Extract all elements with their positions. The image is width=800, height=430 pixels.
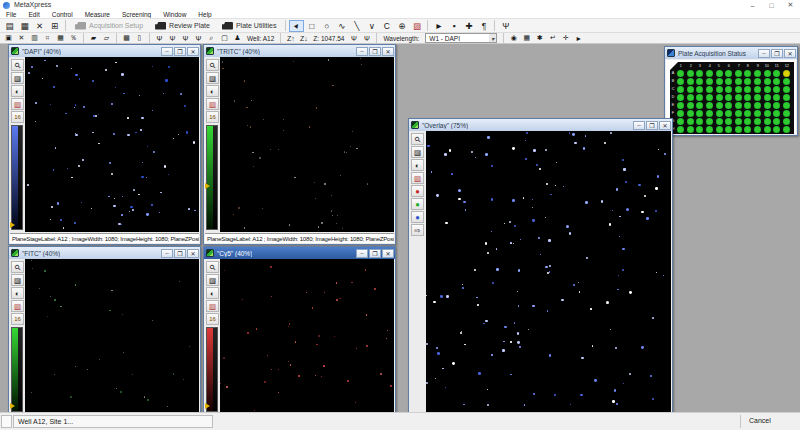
tritc-titlebar[interactable]: "TRITC" (40%) – ❐ ✕ [204,45,395,57]
plate-well-G7[interactable] [735,118,742,125]
lut-bar[interactable] [206,125,218,230]
plate-well-E4[interactable] [706,102,713,109]
bit-depth-icon[interactable]: 16 [206,313,219,325]
cy5-titlebar[interactable]: "Cy5" (40%) – ❐ ✕ [204,247,395,259]
minimize-button[interactable]: – [161,47,173,56]
plate-well-G5[interactable] [716,118,723,125]
plate-well-E10[interactable] [764,102,771,109]
plate-well-B3[interactable] [696,78,703,85]
plate-well-D11[interactable] [773,94,780,101]
plate-status-titlebar[interactable]: Plate Acquisition Status – ❐ ✕ [665,47,797,59]
plate-well-E11[interactable] [773,102,780,109]
plate-well-D10[interactable] [764,94,771,101]
ellipse-region-icon[interactable]: ○ [319,20,334,32]
objective-10x-icon[interactable]: Ψ [166,33,179,44]
contrast-icon[interactable]: ◐ [11,287,24,299]
objective-40x-icon[interactable]: Ψ [192,33,205,44]
dapi-titlebar[interactable]: "DAPI" (40%) – ❐ ✕ [9,45,200,57]
minimize-button[interactable]: – [758,49,770,58]
journal-icon[interactable]: ▩ [120,33,133,44]
minimize-button[interactable]: – [356,249,368,258]
plate-well-B9[interactable] [754,78,761,85]
menu-edit[interactable]: Edit [22,11,45,18]
plate-well-F9[interactable] [754,110,761,117]
minimize-button[interactable]: – [356,47,368,56]
plate-well-F2[interactable] [687,110,694,117]
plate-well-D6[interactable] [725,94,732,101]
app-titlebar[interactable]: MetaXpress – □ ✕ [0,0,800,10]
plate-well-F8[interactable] [744,110,751,117]
plate-well-E7[interactable] [735,102,742,109]
plate-well-H11[interactable] [773,126,780,133]
zoom-tool-icon[interactable]: ⚲ [11,261,24,273]
restore-button[interactable]: ❐ [369,249,381,258]
menu-file[interactable]: File [0,11,22,18]
review-plate-button[interactable]: Review Plate [149,22,216,30]
pan-tool-icon[interactable]: ▨ [206,274,219,286]
pan-tool-icon[interactable]: ▨ [11,274,24,286]
arrow-tool-icon[interactable]: ⇨ [411,224,424,236]
plate-well-A2[interactable] [687,70,694,77]
close-image-icon[interactable]: ✕ [32,20,47,32]
restore-button[interactable]: ❐ [646,121,658,130]
plate-well-C2[interactable] [687,86,694,93]
red-channel-icon[interactable]: ● [411,185,424,197]
plate-well-A8[interactable] [744,70,751,77]
line-region-icon[interactable]: ╲ [349,20,364,32]
menu-window[interactable]: Window [157,11,192,18]
contrast-icon[interactable]: ◐ [206,287,219,299]
snap-icon[interactable]: ▢ [218,33,231,44]
plate-well-G8[interactable] [744,118,751,125]
plate-well-B12[interactable] [783,78,790,85]
tile-images-icon[interactable]: ▥ [28,33,41,44]
plate-well-B1[interactable] [677,78,684,85]
close-all-icon[interactable]: ✕ [15,33,28,44]
lut-bar[interactable] [206,327,218,412]
menu-control[interactable]: Control [46,11,79,18]
plate-well-G9[interactable] [754,118,761,125]
plate-well-G2[interactable] [687,118,694,125]
curve-region-icon[interactable]: C [379,20,394,32]
pipette-icon[interactable]: Ψ [498,20,513,32]
plate-well-C8[interactable] [744,86,751,93]
minimize-button[interactable]: – [633,121,645,130]
plate-well-A5[interactable] [716,70,723,77]
plate-well-A3[interactable] [696,70,703,77]
plate-well-H5[interactable] [716,126,723,133]
shutter-icon[interactable]: ▦ [520,33,533,44]
close-button[interactable]: ✕ [187,249,199,258]
cy5-image[interactable] [220,259,394,414]
live-icon[interactable]: ♟ [231,33,244,44]
fitc-image[interactable] [25,259,199,414]
pan-tool-icon[interactable]: ▨ [411,146,424,158]
run-journal-icon[interactable]: ► [431,20,446,32]
color-region-icon[interactable]: ▨ [409,20,424,32]
plate-well-G6[interactable] [725,118,732,125]
close-button[interactable]: ✕ [659,121,671,130]
plate-well-H12[interactable] [783,126,790,133]
menu-help[interactable]: Help [192,11,217,18]
configure-journal-icon[interactable]: ✚ [461,20,476,32]
plate-well-H3[interactable] [696,126,703,133]
close-button[interactable]: ✕ [187,47,199,56]
plate-well-A10[interactable] [764,70,771,77]
blue-channel-icon[interactable]: ● [411,211,424,223]
plate-well-E5[interactable] [716,102,723,109]
wavelength-select[interactable]: W1 - DAPI ▾ [425,33,497,43]
plate-well-C1[interactable] [677,86,684,93]
stack-icon[interactable]: ▦ [54,33,67,44]
plate-well-H10[interactable] [764,126,771,133]
save-icon[interactable]: ▤ [2,20,17,32]
pan-tool-icon[interactable]: ▨ [11,72,24,84]
plate-well-D9[interactable] [754,94,761,101]
plate-well-D1[interactable] [677,94,684,101]
plate-well-E2[interactable] [687,102,694,109]
scale-icon[interactable]: ％ [67,33,80,44]
plate-well-B7[interactable] [735,78,742,85]
polyline-region-icon[interactable]: ∨ [364,20,379,32]
plate-well-E12[interactable] [783,102,790,109]
plate-well-F1[interactable] [677,110,684,117]
restore-button[interactable]: ❐ [174,249,186,258]
lut-bar[interactable] [11,125,23,230]
plate-well-C4[interactable] [706,86,713,93]
